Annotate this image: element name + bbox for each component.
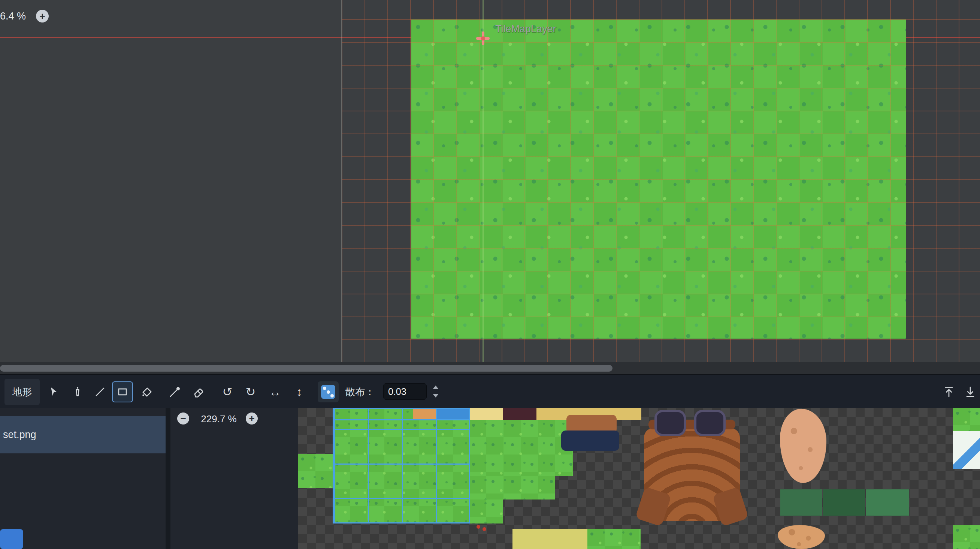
minus-icon: − <box>180 413 186 423</box>
berry-dot-1[interactable] <box>477 525 480 529</box>
line-icon <box>93 385 107 399</box>
grass-tile-bottom-right[interactable] <box>953 525 980 549</box>
tileset-atlas-view[interactable] <box>298 408 980 549</box>
rect-icon <box>116 385 129 399</box>
grass-tile-bottom[interactable] <box>587 529 641 549</box>
grid-boundary-line <box>341 0 342 363</box>
sand-tile-bottom[interactable] <box>512 529 587 549</box>
sand-tile[interactable] <box>469 408 503 420</box>
line-tool-button[interactable] <box>89 381 110 402</box>
rotate-left-icon: ↺ <box>223 386 233 398</box>
chevron-down-icon <box>433 394 439 397</box>
file-item-label: set.png <box>3 429 37 440</box>
bush-tile-2[interactable] <box>823 489 865 515</box>
bush-tile-3[interactable] <box>866 489 909 515</box>
panel-divider <box>165 408 170 549</box>
dark-cave-tile[interactable] <box>503 408 536 420</box>
tileset-file-list: set.png <box>0 408 165 549</box>
blue-corner-swatch <box>0 529 23 549</box>
file-item-tileset[interactable]: set.png <box>0 416 165 453</box>
rotate-left-button[interactable]: ↺ <box>217 381 238 402</box>
water-tile[interactable] <box>436 408 469 420</box>
spin-down-button[interactable] <box>430 391 441 400</box>
scatter-spinner <box>430 383 441 401</box>
tilemap-toolbar: 地形 <box>0 374 980 408</box>
eyedropper-icon <box>168 385 182 399</box>
flip-horizontal-icon: ↔ <box>269 386 281 398</box>
plus-icon: + <box>39 11 45 21</box>
tileset-bottom-panel: set.png − 229.7 % + <box>0 408 980 549</box>
bucket-icon <box>140 385 154 399</box>
picker-tool-button[interactable] <box>164 381 185 402</box>
arrow-down-to-line-icon <box>964 385 977 399</box>
rect-tool-button[interactable] <box>112 381 133 402</box>
tab-terrain-label: 地形 <box>12 386 32 399</box>
dirt-tile[interactable] <box>413 408 436 420</box>
plus-icon: + <box>249 413 255 423</box>
paint-icon <box>71 385 84 399</box>
atlas-zoom-out-button[interactable]: − <box>177 412 189 425</box>
godot-tilemap-editor: TileMapLayer 6.4 % + 地形 <box>0 0 980 549</box>
atlas-zoom-in-button[interactable]: + <box>246 412 258 425</box>
tilemap-layer-canvas <box>411 19 906 338</box>
origin-crosshair-icon <box>476 32 490 45</box>
scatter-value-input[interactable] <box>383 383 427 400</box>
grass-selected-block[interactable] <box>332 420 469 523</box>
bucket-tool-button[interactable] <box>136 381 158 402</box>
shore-tile[interactable] <box>953 431 980 469</box>
selection-tool-button[interactable] <box>43 381 64 402</box>
atlas-tiles <box>298 408 980 549</box>
h-scrollbar-thumb[interactable] <box>0 365 612 372</box>
flip-vertical-button[interactable]: ↕ <box>289 381 310 402</box>
mud-sprite[interactable] <box>778 525 825 549</box>
canvas-h-scrollbar[interactable] <box>0 362 980 374</box>
rotate-right-button[interactable]: ↻ <box>240 381 261 402</box>
paint-tool-button[interactable] <box>67 381 88 402</box>
panel-move-down-button[interactable] <box>960 381 980 402</box>
canvas-zoom-in-button[interactable]: + <box>36 10 49 22</box>
berry-dot-2[interactable] <box>482 527 486 531</box>
canvas-zoom-label[interactable]: 6.4 % <box>0 11 26 22</box>
cursor-icon <box>47 385 60 399</box>
grass-block-lower[interactable] <box>469 500 503 523</box>
bush-tile-1[interactable] <box>780 489 822 515</box>
panel-move-up-button[interactable] <box>939 381 959 402</box>
spin-up-button[interactable] <box>430 383 441 391</box>
tab-terrain[interactable]: 地形 <box>5 379 40 405</box>
eraser-tool-button[interactable] <box>188 381 209 402</box>
scatter-random-toggle[interactable] <box>318 381 339 402</box>
arrow-up-from-line-icon <box>942 385 956 399</box>
grass-block-mid-right[interactable] <box>469 476 555 500</box>
frog-sprite[interactable] <box>641 410 743 523</box>
tilemap-layer-label: TileMapLayer <box>495 23 556 35</box>
scatter-label: 散布： <box>345 375 375 409</box>
rotate-right-icon: ↻ <box>246 386 256 398</box>
flip-vertical-icon: ↕ <box>296 386 302 398</box>
dice-icon <box>321 385 335 399</box>
flip-horizontal-button[interactable]: ↔ <box>264 381 285 402</box>
canvas-viewport[interactable]: TileMapLayer 6.4 % + <box>0 0 980 374</box>
grass-block-upper-right[interactable] <box>469 420 573 476</box>
frog-goggle-left <box>654 410 686 436</box>
grass-block-left[interactable] <box>298 454 332 488</box>
atlas-zoom-label: 229.7 % <box>194 412 243 425</box>
chevron-up-icon <box>433 386 439 389</box>
frog-goggle-right <box>694 410 725 436</box>
tree-sprite[interactable] <box>780 409 826 483</box>
boot-sprite-sole[interactable] <box>561 431 619 451</box>
grass-tile-strip[interactable] <box>332 408 413 420</box>
grass-tile-top-right[interactable] <box>953 408 980 431</box>
y-axis-line <box>482 0 484 363</box>
eraser-icon <box>192 385 205 399</box>
atlas-zoom-controls: − 229.7 % + <box>170 408 298 549</box>
